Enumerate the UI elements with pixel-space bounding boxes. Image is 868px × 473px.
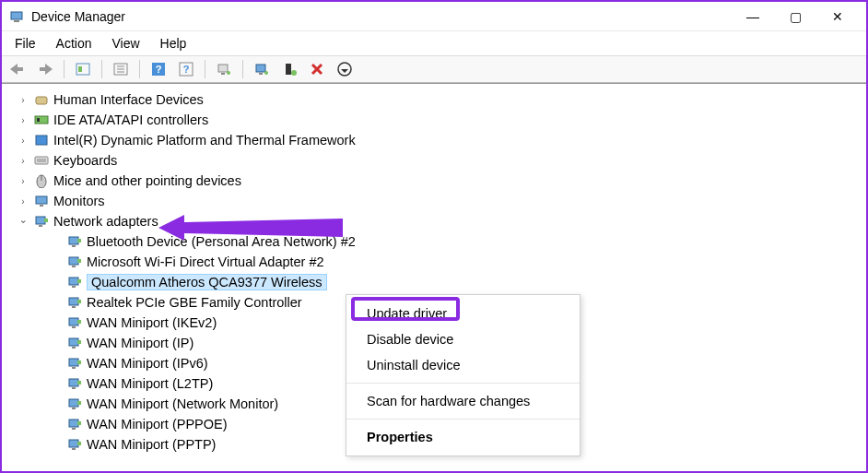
toolbar-separator: [64, 60, 65, 78]
expand-icon[interactable]: ›: [17, 115, 29, 125]
svg-rect-67: [72, 408, 76, 409]
svg-rect-20: [259, 73, 263, 75]
update-driver-icon[interactable]: [250, 59, 274, 79]
svg-rect-42: [69, 237, 78, 244]
collapse-icon[interactable]: ›: [18, 215, 29, 228]
svg-rect-61: [72, 367, 76, 369]
keyboard-icon: [33, 153, 50, 168]
svg-rect-37: [36, 196, 47, 204]
svg-rect-52: [72, 306, 76, 308]
nav-forward-icon[interactable]: [33, 59, 57, 79]
svg-rect-71: [77, 421, 81, 425]
toolbar: ? ?: [2, 55, 866, 83]
network-adapter-icon: [33, 214, 50, 229]
enable-device-icon[interactable]: [277, 59, 301, 79]
svg-marker-27: [341, 69, 348, 73]
minimize-button[interactable]: —: [732, 2, 774, 31]
network-device-icon: [66, 437, 83, 452]
svg-rect-49: [72, 286, 76, 288]
svg-rect-19: [256, 65, 265, 72]
svg-rect-38: [40, 205, 43, 207]
svg-text:?: ?: [156, 64, 162, 75]
svg-rect-66: [69, 399, 78, 407]
svg-rect-57: [69, 338, 78, 346]
context-menu-properties[interactable]: Properties: [346, 424, 580, 450]
category-human-interface-devices[interactable]: › Human Interface Devices: [17, 89, 866, 110]
nav-back-icon[interactable]: [6, 59, 29, 79]
category-network-adapters[interactable]: › Network adapters: [17, 211, 866, 231]
category-keyboards[interactable]: › Keyboards: [17, 150, 866, 171]
toolbar-separator: [139, 60, 140, 78]
expand-icon[interactable]: ›: [17, 156, 29, 166]
properties-icon[interactable]: [109, 59, 133, 79]
svg-rect-59: [77, 340, 81, 344]
network-device-icon: [66, 396, 83, 411]
svg-rect-47: [77, 259, 81, 263]
svg-rect-39: [36, 217, 45, 224]
svg-rect-46: [72, 266, 76, 267]
context-menu-disable-device[interactable]: Disable device: [346, 326, 580, 352]
network-device-icon: [66, 275, 83, 290]
device-qualcomm-atheros[interactable]: Qualcomm Atheros QCA9377 Wireless: [50, 272, 866, 292]
svg-rect-3: [18, 67, 23, 71]
svg-point-18: [227, 71, 230, 75]
expand-icon[interactable]: ›: [17, 176, 29, 186]
category-mice[interactable]: › Mice and other pointing devices: [17, 171, 866, 191]
svg-rect-63: [69, 379, 78, 386]
expand-icon[interactable]: ›: [17, 136, 29, 146]
svg-rect-43: [72, 245, 76, 247]
network-device-icon: [66, 254, 83, 269]
menu-file[interactable]: File: [6, 32, 45, 54]
maximize-button[interactable]: ▢: [774, 2, 816, 31]
svg-rect-5: [40, 67, 45, 71]
network-device-icon: [66, 417, 83, 432]
context-menu-scan-hardware[interactable]: Scan for hardware changes: [346, 388, 580, 414]
category-ide-ata-atapi[interactable]: › IDE ATA/ATAPI controllers: [17, 110, 866, 130]
svg-rect-17: [221, 73, 225, 75]
svg-rect-56: [77, 320, 81, 324]
svg-marker-2: [10, 64, 18, 75]
category-intel-dptf[interactable]: › Intel(R) Dynamic Platform and Thermal …: [17, 130, 866, 150]
svg-rect-54: [69, 318, 78, 325]
device-manager-icon: [9, 9, 24, 24]
svg-rect-74: [77, 442, 81, 445]
svg-rect-1: [14, 20, 19, 22]
context-menu-update-driver[interactable]: Update driver: [346, 301, 580, 326]
svg-rect-69: [69, 420, 78, 427]
uninstall-device-icon[interactable]: [305, 59, 329, 79]
close-button[interactable]: ✕: [816, 2, 859, 31]
intel-icon: [33, 133, 50, 148]
expand-icon[interactable]: ›: [17, 95, 29, 105]
monitor-icon: [33, 194, 50, 208]
category-monitors[interactable]: › Monitors: [17, 191, 866, 211]
help-topic-icon[interactable]: ?: [174, 59, 198, 79]
add-legacy-hardware-icon[interactable]: [333, 59, 357, 79]
menu-help[interactable]: Help: [151, 32, 196, 54]
svg-rect-45: [69, 257, 78, 265]
network-device-icon: [66, 356, 83, 371]
device-wifi-direct[interactable]: Microsoft Wi-Fi Direct Virtual Adapter #…: [50, 252, 866, 272]
titlebar: Device Manager — ▢ ✕: [2, 2, 866, 31]
svg-rect-50: [77, 279, 81, 283]
svg-rect-72: [69, 440, 78, 447]
svg-rect-32: [35, 157, 48, 164]
scan-hardware-icon[interactable]: [212, 59, 236, 79]
network-device-icon: [66, 295, 83, 310]
show-hide-console-icon[interactable]: [71, 59, 95, 79]
svg-rect-48: [69, 278, 78, 285]
svg-rect-31: [36, 136, 47, 145]
menu-view[interactable]: View: [102, 32, 148, 54]
svg-rect-30: [37, 118, 40, 122]
svg-rect-51: [69, 298, 78, 305]
network-device-icon: [66, 336, 83, 350]
svg-marker-4: [45, 64, 53, 75]
context-menu-uninstall-device[interactable]: Uninstall device: [346, 352, 580, 378]
toolbar-separator: [205, 60, 205, 78]
expand-icon[interactable]: ›: [17, 196, 29, 207]
menu-action[interactable]: Action: [47, 32, 101, 54]
svg-rect-65: [77, 381, 81, 384]
help-icon[interactable]: ?: [147, 59, 170, 79]
svg-rect-41: [44, 219, 48, 222]
network-device-icon: [66, 315, 83, 330]
device-bluetooth-pan[interactable]: Bluetooth Device (Personal Area Network)…: [50, 231, 866, 252]
